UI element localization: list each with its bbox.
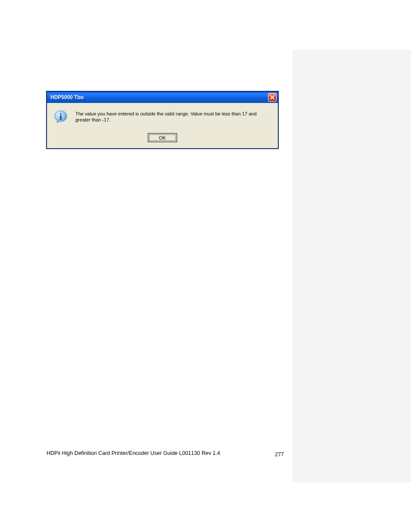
svg-rect-2 [59, 119, 62, 120]
svg-rect-3 [59, 115, 61, 116]
message-dialog: HDP5000 Tbo [47, 91, 278, 149]
svg-point-0 [60, 113, 62, 115]
footer-page-number: 277 [275, 451, 284, 457]
close-button[interactable] [268, 93, 277, 102]
ok-button[interactable]: OK [148, 133, 177, 142]
info-icon [54, 110, 68, 124]
dialog-body: The value you have entered is outside th… [47, 103, 278, 148]
footer-guide-text: HDPii High Definition Card Printer/Encod… [47, 450, 220, 456]
dialog-titlebar[interactable]: HDP5000 Tbo [47, 92, 278, 103]
message-row: The value you have entered is outside th… [52, 110, 273, 124]
ok-button-label: OK [159, 135, 166, 140]
page-right-margin [293, 50, 411, 482]
close-icon [270, 95, 275, 100]
dialog-message: The value you have entered is outside th… [75, 111, 271, 123]
dialog-title: HDP5000 Tbo [50, 94, 268, 100]
